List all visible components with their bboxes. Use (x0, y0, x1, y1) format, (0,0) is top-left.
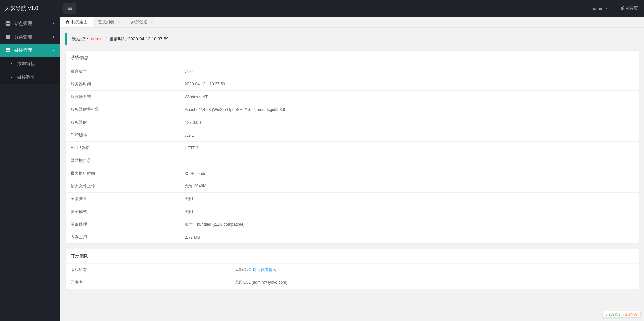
table-row: 后台版本v1.0 (66, 65, 639, 78)
info-value: 127.0.0.1 (180, 116, 639, 129)
front-site-link[interactable]: 前台首页 (614, 0, 644, 17)
info-label: 最大执行时间 (66, 167, 180, 180)
info-value: 允许 2048M (180, 180, 639, 193)
table-row: 服务器解释引擎Apache/2.4.23 (Win32) OpenSSL/1.0… (66, 103, 639, 116)
table-row: 安全模式关闭 (66, 205, 639, 218)
info-label: 后台版本 (66, 65, 180, 78)
sidebar-item-label: 添加链接 (17, 61, 55, 67)
close-icon[interactable]: ✕ (150, 20, 154, 24)
info-label: 服务器时间 (66, 78, 180, 91)
card-title: 系统信息 (66, 51, 639, 65)
info-label: 版权所有 (66, 264, 230, 276)
tab-bar: 我的桌面 链接列表 ✕ 添加链接 ✕ (60, 17, 644, 28)
sidebar-item-site[interactable]: 站点管理 (0, 17, 60, 30)
header-left (60, 3, 76, 14)
chevron-right-icon (10, 62, 13, 65)
info-value: v1.0 (180, 65, 639, 78)
chevron-right-icon (10, 76, 13, 79)
info-label: 服务器解释引擎 (66, 103, 180, 116)
table-row: 网站根目录 (66, 154, 639, 167)
info-label: HTTP版本 (66, 142, 180, 154)
download-speed: ↓ 187K/s (606, 312, 620, 316)
info-value (180, 154, 639, 167)
sidebar-nav: 站点管理 分类管理 链接管理 添加链接 链接列表 (0, 17, 60, 321)
header-right: admin 前台首页 (586, 0, 644, 17)
user-menu[interactable]: admin (586, 0, 614, 17)
dev-team-card: 开发团队 版权所有风影OvO 访问作者博客开发者风影OvO(admin@fyov… (65, 249, 639, 289)
welcome-time: 2020-04-13 10:37:59 (128, 36, 169, 41)
site-icon (5, 20, 11, 27)
info-label: 图形处理 (66, 218, 180, 231)
info-value: HTTP/1.1 (180, 142, 639, 154)
home-icon (65, 20, 70, 24)
link-icon (5, 47, 11, 53)
table-row: 全部变量关闭 (66, 193, 639, 205)
author-blog-link[interactable]: 访问作者博客 (253, 267, 277, 272)
info-label: PHP版本 (66, 129, 180, 142)
tab-label: 链接列表 (98, 19, 114, 25)
table-row: 服务器IP127.0.0.1 (66, 116, 639, 129)
info-label: 最大文件上传 (66, 180, 180, 193)
info-value: 30 Seconds (180, 167, 639, 180)
info-value: Windows NT (180, 91, 639, 103)
sidebar-item-label: 链接列表 (17, 74, 55, 80)
sidebar: 风影导航 v1.0 站点管理 分类管理 链接管理 添加链接 (0, 0, 60, 321)
info-value: 版本：bundled (2.1.0 compatible) (180, 218, 639, 231)
sidebar-toggle-button[interactable] (63, 3, 76, 14)
sidebar-sub-add-link[interactable]: 添加链接 (0, 57, 60, 71)
info-value: 风影OvO(admin@fyovo.com) (230, 276, 639, 289)
info-value: 关闭 (180, 193, 639, 205)
upload-speed: ↑ 2.14K/s (622, 312, 638, 316)
table-row: 最大文件上传允许 2048M (66, 180, 639, 193)
info-label: 网站根目录 (66, 154, 180, 167)
table-row: 开发者风影OvO(admin@fyovo.com) (66, 276, 639, 289)
table-row: 版权所有风影OvO 访问作者博客 (66, 264, 639, 276)
info-value: 2020-04-13 10:37:59 (180, 78, 639, 91)
info-value: 风影OvO 访问作者博客 (230, 264, 639, 276)
info-label: 开发者 (66, 276, 230, 289)
tab-label: 添加链接 (131, 19, 147, 25)
arrow-down-icon: ↓ (606, 312, 608, 316)
welcome-prefix: 欢迎您： (72, 36, 90, 41)
tab-label: 我的桌面 (71, 19, 88, 25)
sidebar-item-label: 站点管理 (14, 20, 51, 27)
tab-desktop[interactable]: 我的桌面 (60, 17, 93, 27)
table-row: 服务器时间2020-04-13 10:37:59 (66, 78, 639, 91)
info-label: 服务器系统 (66, 91, 180, 103)
arrow-up-icon: ↑ (622, 312, 624, 316)
table-row: 图形处理版本：bundled (2.1.0 compatible) (66, 218, 639, 231)
sidebar-sub-link-list[interactable]: 链接列表 (0, 71, 60, 84)
chevron-down-icon (605, 7, 608, 10)
close-icon[interactable]: ✕ (117, 20, 121, 24)
table-row: 最大执行时间30 Seconds (66, 167, 639, 180)
sidebar-item-link[interactable]: 链接管理 (0, 44, 60, 57)
card-title: 开发团队 (66, 249, 639, 264)
info-label: 内存占用 (66, 231, 180, 244)
app-title: 风影导航 v1.0 (5, 5, 38, 12)
table-row: 服务器系统Windows NT (66, 91, 639, 103)
sidebar-item-label: 分类管理 (14, 34, 51, 40)
main-area: admin 前台首页 我的桌面 链接列表 ✕ 添加链接 ✕ (60, 0, 644, 321)
info-value: 7.2.1 (180, 129, 639, 142)
category-icon (5, 34, 11, 40)
chevron-down-icon (51, 48, 55, 52)
info-label: 服务器IP (66, 116, 180, 129)
sidebar-item-label: 链接管理 (14, 47, 51, 53)
tab-add-link[interactable]: 添加链接 ✕ (126, 17, 159, 27)
user-name: admin (592, 6, 603, 11)
sidebar-item-category[interactable]: 分类管理 (0, 30, 60, 44)
system-info-card: 系统信息 后台版本v1.0服务器时间2020-04-13 10:37:59服务器… (65, 50, 639, 244)
table-row: 内存占用2.77 MB (66, 231, 639, 244)
info-value: 2.77 MB (180, 231, 639, 244)
dev-team-table: 版权所有风影OvO 访问作者博客开发者风影OvO(admin@fyovo.com… (66, 264, 639, 289)
content-area[interactable]: 欢迎您： admin ！ 当前时间:2020-04-13 10:37:59 系统… (60, 28, 644, 321)
tab-link-list[interactable]: 链接列表 ✕ (93, 17, 126, 27)
app-logo: 风影导航 v1.0 (0, 0, 60, 17)
chevron-left-icon (51, 35, 55, 39)
info-label: 安全模式 (66, 205, 180, 218)
info-label: 全部变量 (66, 193, 180, 205)
network-speed-badge: ↓ 187K/s ↑ 2.14K/s (603, 311, 641, 318)
table-row: HTTP版本HTTP/1.1 (66, 142, 639, 154)
info-value: Apache/2.4.23 (Win32) OpenSSL/1.0.2j mod… (180, 103, 639, 116)
welcome-suffix: ！ 当前时间: (104, 36, 128, 41)
